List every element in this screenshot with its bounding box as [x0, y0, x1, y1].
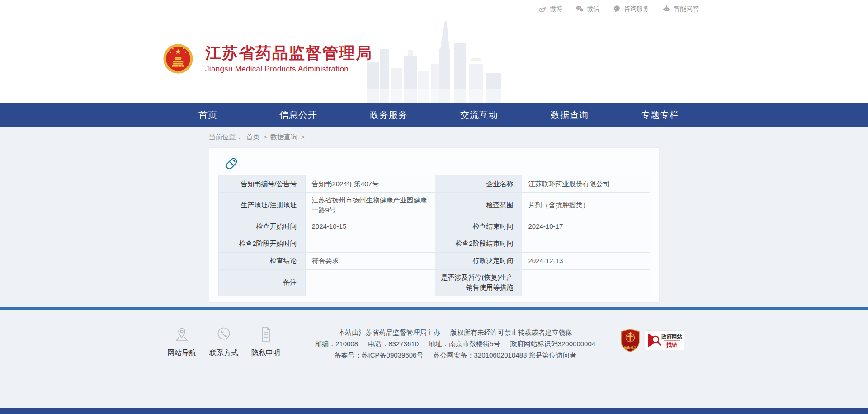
consult-service-label: 咨询服务: [624, 5, 649, 13]
party-gov-shield-badge[interactable]: 党政机关: [620, 329, 640, 353]
top-utility-bar: 微博 微信 咨询服务: [0, 0, 868, 18]
field-label: 行政决定时间: [435, 253, 522, 269]
document-icon: [257, 325, 275, 344]
weibo-link[interactable]: 微博: [532, 5, 569, 13]
wechat-label: 微信: [587, 5, 599, 13]
field-value: 2024-10-15: [306, 218, 435, 235]
field-label: 检查2阶段开始时间: [219, 235, 306, 252]
main-content: 当前位置： 首页 > 数据查询 > 告知书编号/公告号 告知书2024年第407…: [0, 127, 868, 307]
nav-item-info-disclosure[interactable]: 信息公开: [253, 103, 344, 127]
table-row: 备注 是否涉及暂停(恢复)生产销售使用等措施: [219, 270, 650, 296]
footer-line-2: 邮编：210008 电话：83273610 地址：南京市鼓楼街5号 政府网站标识…: [311, 338, 599, 349]
phone-icon: [215, 325, 233, 344]
consult-service-link[interactable]: 咨询服务: [606, 5, 656, 13]
field-label: 检查开始时间: [219, 218, 306, 235]
inspection-detail-table: 告知书编号/公告号 告知书2024年第407号 企业名称 江苏联环药业股份有限公…: [218, 175, 650, 296]
breadcrumb-home-link[interactable]: 首页: [246, 133, 260, 141]
field-label: 检查结论: [219, 253, 306, 269]
nav-item-data-query[interactable]: 数据查询: [524, 103, 615, 127]
footer-divider: [203, 326, 203, 357]
weibo-icon: [538, 5, 547, 13]
field-value: [522, 235, 651, 252]
field-label: 备注: [219, 270, 306, 296]
privacy-link[interactable]: 隐私申明: [250, 325, 282, 358]
field-value: [306, 235, 435, 252]
table-row: 告知书编号/公告号 告知书2024年第407号 企业名称 江苏联环药业股份有限公…: [219, 175, 650, 193]
site-footer: 网站导航 联系方式 隐私申明: [0, 310, 868, 408]
field-value: 告知书2024年第407号: [306, 175, 435, 192]
privacy-label: 隐私申明: [251, 348, 280, 358]
footer-divider: [245, 326, 245, 357]
nav-item-gov-services[interactable]: 政务服务: [344, 103, 434, 127]
footer-line-1: 本站由江苏省药品监督管理局主办 版权所有未经许可禁止转载或者建立镜像: [311, 327, 599, 338]
field-label: 告知书编号/公告号: [219, 175, 306, 192]
site-brand: 江苏省药品监督管理局 Jiangsu Medical Products Admi…: [163, 43, 373, 74]
svg-text:党政机关: 党政机关: [623, 346, 637, 350]
field-label: 检查范围: [435, 193, 522, 218]
chat-bubble-icon: [613, 5, 621, 13]
wechat-link[interactable]: 微信: [569, 5, 606, 13]
field-label: 是否涉及暂停(恢复)生产销售使用等措施: [435, 270, 522, 296]
field-value: [522, 270, 651, 296]
field-label: 企业名称: [435, 175, 522, 192]
city-skyline-decoration: [365, 21, 503, 103]
breadcrumb-separator: >: [264, 134, 267, 141]
breadcrumb-data-query-link[interactable]: 数据查询: [270, 133, 297, 141]
weibo-label: 微博: [550, 5, 562, 13]
footer-line-3: 备案号：苏ICP备09039606号 苏公网安备：32010602010488 …: [311, 349, 599, 361]
field-value: 片剂（含抗肿瘤类）: [522, 193, 651, 218]
table-row: 检查结论 符合要求 行政决定时间 2024-12-13: [219, 253, 650, 270]
national-emblem-logo: [163, 43, 193, 74]
nav-item-interaction[interactable]: 交流互动: [434, 103, 524, 127]
site-title: 江苏省药品监督管理局: [205, 44, 373, 62]
site-subtitle: Jiangsu Medical Products Administration: [205, 65, 373, 74]
nav-item-special-topics[interactable]: 专题专栏: [615, 103, 705, 127]
bottom-blue-strip: [0, 408, 868, 414]
breadcrumb: 当前位置： 首页 > 数据查询 >: [209, 132, 660, 142]
wechat-icon: [576, 5, 584, 13]
main-nav: 首页 信息公开 政务服务 交流互动 数据查询 专题专栏: [0, 103, 868, 127]
breadcrumb-prefix: 当前位置：: [209, 133, 243, 141]
footer-info-text: 本站由江苏省药品监督管理局主办 版权所有未经许可禁止转载或者建立镜像 邮编：21…: [311, 325, 599, 361]
field-label: 检查结束时间: [435, 218, 522, 235]
smart-qa-link[interactable]: 智能问答: [656, 5, 705, 13]
table-row: 检查开始时间 2024-10-15 检查结束时间 2024-10-17: [219, 218, 650, 235]
field-value: 江苏省扬州市扬州生物健康产业园健康一路9号: [306, 193, 435, 218]
table-row: 检查2阶段开始时间 检查2阶段结束时间: [219, 235, 650, 253]
site-map-link[interactable]: 网站导航: [165, 325, 198, 358]
svg-text:找错: 找错: [666, 342, 677, 348]
inspection-record-card: 告知书编号/公告号 告知书2024年第407号 企业名称 江苏联环药业股份有限公…: [209, 147, 660, 303]
gov-site-error-report-badge[interactable]: 政府网站 找错: [645, 330, 684, 350]
site-header: 江苏省药品监督管理局 Jiangsu Medical Products Admi…: [0, 18, 868, 103]
table-row: 生产地址/注册地址 江苏省扬州市扬州生物健康产业园健康一路9号 检查范围 片剂（…: [219, 193, 650, 218]
field-value: 符合要求: [306, 253, 435, 269]
field-value: 江苏联环药业股份有限公司: [522, 175, 651, 192]
field-value: 2024-12-13: [522, 253, 651, 269]
field-label: 检查2阶段结束时间: [435, 235, 522, 252]
map-pin-icon: [173, 325, 191, 344]
footer-badges: 党政机关 政府网站 找错: [620, 325, 684, 353]
site-map-label: 网站导航: [167, 348, 196, 358]
breadcrumb-separator: >: [301, 134, 305, 141]
pill-capsule-icon: [224, 156, 239, 171]
field-value: [306, 270, 435, 296]
smart-qa-label: 智能问答: [674, 5, 699, 13]
svg-text:政府网站: 政府网站: [661, 334, 683, 339]
footer-quick-links: 网站导航 联系方式 隐私申明: [165, 325, 282, 358]
contact-link[interactable]: 联系方式: [208, 325, 240, 358]
nav-item-home[interactable]: 首页: [163, 103, 253, 127]
robot-icon: [662, 5, 671, 13]
field-value: 2024-10-17: [522, 218, 651, 235]
field-label: 生产地址/注册地址: [219, 193, 306, 218]
contact-label: 联系方式: [209, 348, 238, 358]
